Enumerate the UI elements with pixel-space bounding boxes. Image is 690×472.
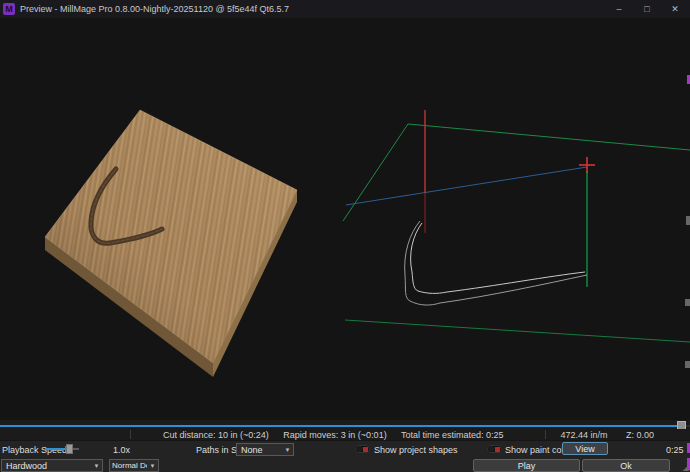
toolpath-wireframe [343,110,690,342]
maximize-icon[interactable]: □ [640,4,654,14]
simulation-viewports[interactable] [0,18,690,420]
stock-outline-left [343,124,408,221]
stock-outline-top [408,124,690,150]
chevron-down-icon: ▼ [91,463,102,469]
material-dropdown[interactable]: Hardwood ▼ [1,459,103,472]
show-project-shapes-checkbox[interactable] [355,445,370,453]
toolpath-inner-curve [411,223,585,293]
ok-button[interactable]: Ok [582,459,670,472]
playback-speed-slider[interactable] [45,444,79,454]
preview-window: M Preview - MillMage Pro 0.8.00-Nightly-… [0,0,690,472]
window-title: Preview - MillMage Pro 0.8.00-Nightly-20… [20,4,289,14]
detail-dropdown[interactable]: Normal Detail ▼ [109,459,159,472]
playback-controls-panel: Playback Speed 1.0x Paths in Sim: None ▼… [0,440,690,472]
cut-distance-status: Cut distance: 10 in (~0:24) [163,430,269,440]
wood-stock-3d [45,110,297,377]
title-bar[interactable]: M Preview - MillMage Pro 0.8.00-Nightly-… [0,0,690,18]
detail-value: Normal Detail [110,461,147,470]
total-time-status: Total time estimated: 0:25 [401,430,504,440]
close-icon[interactable]: ✕ [668,4,682,14]
show-paint-colors-checkbox[interactable] [487,445,502,453]
rapid-moves-status: Rapid moves: 3 in (~0:01) [283,430,386,440]
playback-speed-handle[interactable] [66,444,73,454]
timeline-progress [0,425,679,427]
stock-outline-bottom [345,320,690,342]
chevron-down-icon: ▼ [282,447,293,453]
z-height-readout: Z: 0.00 [626,430,654,440]
viewport-canvas [0,18,690,420]
status-bar: Cut distance: 10 in (~0:24) Rapid moves:… [0,429,690,440]
edge-artifacts [685,216,690,368]
chevron-down-icon: ▼ [147,463,158,469]
paths-in-sim-dropdown[interactable]: None ▼ [236,443,294,456]
minimize-icon[interactable]: – [612,4,626,14]
playback-speed-value: 1.0x [113,445,130,455]
show-project-shapes-label: Show project shapes [374,445,458,455]
millmage-app-icon: M [3,3,15,15]
rapid-move-line [346,167,587,205]
play-button[interactable]: Play [473,459,580,472]
paths-in-sim-value: None [237,445,282,455]
toolpath-outer-curve [405,221,587,305]
tool-position-cross-icon [579,157,595,173]
feed-rate-readout: 472.44 in/m [560,430,607,440]
sim-time-readout: 0:25 [666,445,684,455]
view-button[interactable]: View [562,442,608,455]
material-value: Hardwood [2,461,91,471]
status-separator [130,430,131,439]
